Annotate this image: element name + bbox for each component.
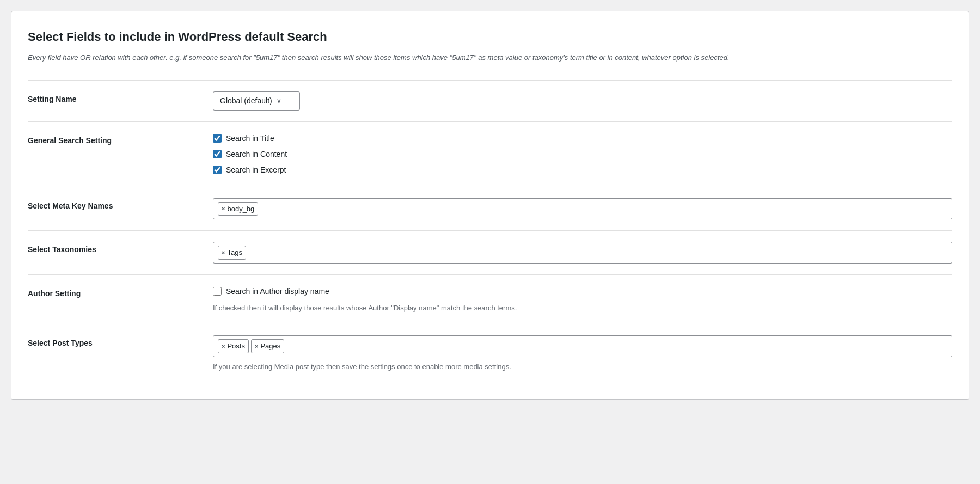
author-description: If checked then it will display those re… xyxy=(213,303,952,314)
author-checkbox-wrapper: Search in Author display name If checked… xyxy=(213,286,952,314)
meta-key-names-label: Select Meta Key Names xyxy=(28,198,213,212)
author-display-name-item[interactable]: Search in Author display name xyxy=(213,286,952,297)
page-wrapper: Select Fields to include in WordPress de… xyxy=(0,0,980,484)
search-content-item[interactable]: Search in Content xyxy=(213,149,952,160)
post-type-tag-posts: × Posts xyxy=(218,339,249,353)
taxonomy-tag-tags: × Tags xyxy=(218,246,246,260)
post-types-description: If you are selecting Media post type the… xyxy=(213,362,952,372)
page-description: Every field have OR relation with each o… xyxy=(28,52,952,64)
search-title-label: Search in Title xyxy=(226,133,274,144)
author-setting-control: Search in Author display name If checked… xyxy=(213,286,952,314)
post-type-tag-posts-close[interactable]: × xyxy=(222,344,225,350)
taxonomies-control: × Tags xyxy=(213,242,952,264)
meta-key-tag-body-bg: × body_bg xyxy=(218,202,258,216)
meta-key-names-control: × body_bg xyxy=(213,198,952,220)
setting-name-value: Global (default) xyxy=(220,95,272,107)
chevron-down-icon: ∨ xyxy=(277,96,281,106)
page-title: Select Fields to include in WordPress de… xyxy=(28,28,952,46)
taxonomy-tag-tags-value: Tags xyxy=(227,247,242,258)
settings-card: Select Fields to include in WordPress de… xyxy=(11,11,969,400)
general-search-row: General Search Setting Search in Title S… xyxy=(28,121,952,187)
meta-key-names-input[interactable]: × body_bg xyxy=(213,198,952,220)
post-type-tag-pages: × Pages xyxy=(251,339,284,353)
search-excerpt-item[interactable]: Search in Excerpt xyxy=(213,164,952,176)
author-setting-label: Author Setting xyxy=(28,286,213,299)
setting-name-row: Setting Name Global (default) ∨ xyxy=(28,80,952,121)
taxonomies-input[interactable]: × Tags xyxy=(213,242,952,264)
taxonomies-row: Select Taxonomies × Tags xyxy=(28,230,952,274)
post-types-control: × Posts × Pages If you are selecting Med… xyxy=(213,335,952,372)
author-display-name-checkbox[interactable] xyxy=(213,287,222,296)
taxonomies-label: Select Taxonomies xyxy=(28,242,213,255)
search-title-item[interactable]: Search in Title xyxy=(213,133,952,144)
post-types-input[interactable]: × Posts × Pages xyxy=(213,335,952,357)
setting-name-label: Setting Name xyxy=(28,91,213,105)
post-type-tag-pages-close[interactable]: × xyxy=(255,344,258,350)
post-types-label: Select Post Types xyxy=(28,335,213,349)
post-type-tag-pages-value: Pages xyxy=(260,341,280,352)
general-search-checkboxes: Search in Title Search in Content Search… xyxy=(213,133,952,176)
general-search-control: Search in Title Search in Content Search… xyxy=(213,133,952,176)
general-search-label: General Search Setting xyxy=(28,133,213,146)
setting-name-control: Global (default) ∨ xyxy=(213,91,952,111)
post-type-tag-posts-value: Posts xyxy=(227,341,245,352)
search-excerpt-label: Search in Excerpt xyxy=(226,164,286,176)
search-content-label: Search in Content xyxy=(226,149,287,160)
author-display-name-label: Search in Author display name xyxy=(226,286,329,297)
search-content-checkbox[interactable] xyxy=(213,150,222,158)
post-types-row: Select Post Types × Posts × Pages If you… xyxy=(28,324,952,383)
search-title-checkbox[interactable] xyxy=(213,134,222,143)
setting-name-dropdown[interactable]: Global (default) ∨ xyxy=(213,91,300,111)
search-excerpt-checkbox[interactable] xyxy=(213,166,222,174)
meta-key-names-row: Select Meta Key Names × body_bg xyxy=(28,187,952,231)
taxonomy-tag-tags-close[interactable]: × xyxy=(222,250,225,256)
author-setting-row: Author Setting Search in Author display … xyxy=(28,274,952,324)
meta-key-tag-body-bg-value: body_bg xyxy=(227,204,254,215)
meta-key-tag-body-bg-close[interactable]: × xyxy=(222,206,225,212)
